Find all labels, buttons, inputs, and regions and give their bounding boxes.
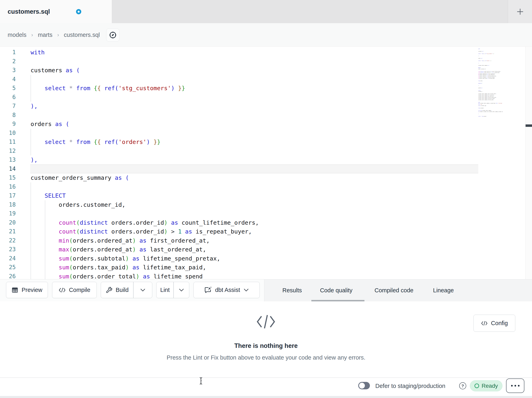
defer-toggle[interactable] [358,382,370,389]
toggle-knob [359,383,365,389]
build-button-label: Build [116,287,129,293]
breadcrumb-separator: › [57,32,59,38]
ready-circle-icon [475,384,479,388]
ellipsis-icon [511,385,513,386]
explore-lineage-button[interactable] [106,28,120,42]
overview-ruler-marker [526,124,532,127]
chevron-down-icon [243,288,249,292]
dbt-assist-button-label: dbt Assist [215,287,240,293]
file-tab-customers-sql[interactable]: customers.sql [0,0,112,23]
breadcrumb-marts[interactable]: marts [38,32,52,38]
breadcrumb-file[interactable]: customers.sql [64,32,100,38]
lint-button-label: Lint [160,287,170,293]
preview-button-label: Preview [21,287,42,293]
overview-ruler[interactable] [525,47,532,280]
file-tab-title: customers.sql [8,8,50,15]
wrench-icon [106,287,112,294]
dbt-ide-window: customers.sql models › marts › customers… [0,0,532,398]
preview-button[interactable]: Preview [6,282,48,298]
tab-results[interactable]: Results [282,284,302,296]
ready-label: Ready [482,383,498,389]
line-number-gutter: 1234567891011121314151617181920212223242… [0,48,16,280]
code-icon [481,321,488,326]
compile-button-label: Compile [69,287,90,293]
breadcrumb-models[interactable]: models [8,32,26,38]
defer-label: Defer to staging/production [375,383,445,389]
editor-tab-bar: customers.sql [0,0,532,23]
status-bar [0,378,532,396]
new-tab-zone [508,0,532,23]
active-tab-underline [311,300,364,301]
plus-icon[interactable] [516,7,525,16]
lint-dropdown-button[interactable] [174,282,189,298]
config-button-label: Config [491,320,508,326]
status-badge-ready: Ready [470,380,502,391]
more-options-button[interactable] [506,378,524,393]
tab-code-quality[interactable]: Code quality [320,284,352,296]
code-icon [58,287,66,293]
bottom-edge-strip [0,396,532,398]
dbt-assist-button[interactable]: dbt Assist [194,282,260,298]
code-quality-panel [0,301,532,378]
text-cursor-pointer [199,377,203,385]
assist-chat-sparkle-icon [204,286,212,294]
unsaved-changes-dot-icon [76,9,81,14]
lint-split-button: Lint [156,282,189,298]
tab-compiled-code[interactable]: Compiled code [374,284,413,296]
breadcrumb-separator: › [31,32,33,38]
breadcrumb: models › marts › customers.sql [8,23,120,47]
chevron-down-icon [140,288,146,292]
tab-lineage[interactable]: Lineage [433,284,454,296]
code-empty-icon [255,313,276,330]
code-content[interactable]: with customers as ( select * from {{ ref… [31,48,259,280]
table-icon [12,287,18,294]
lint-button[interactable]: Lint [157,282,173,298]
breadcrumb-row: models › marts › customers.sql Save [0,23,532,47]
build-button[interactable]: Build [101,282,133,298]
chevron-down-icon [179,288,184,292]
config-button[interactable]: Config [474,315,515,332]
minimap[interactable]: with customers as ( select * from {{ ref… [478,48,525,278]
compass-icon [109,31,117,39]
empty-state-subtitle: Press the Lint or Fix button above to ev… [0,354,532,361]
build-dropdown-button[interactable] [133,282,152,298]
help-icon[interactable]: ? [459,382,466,389]
code-editor[interactable]: 1234567891011121314151617181920212223242… [0,47,532,280]
empty-state-title: There is nothing here [0,342,532,349]
compile-button[interactable]: Compile [52,282,97,298]
build-split-button: Build [101,282,152,298]
